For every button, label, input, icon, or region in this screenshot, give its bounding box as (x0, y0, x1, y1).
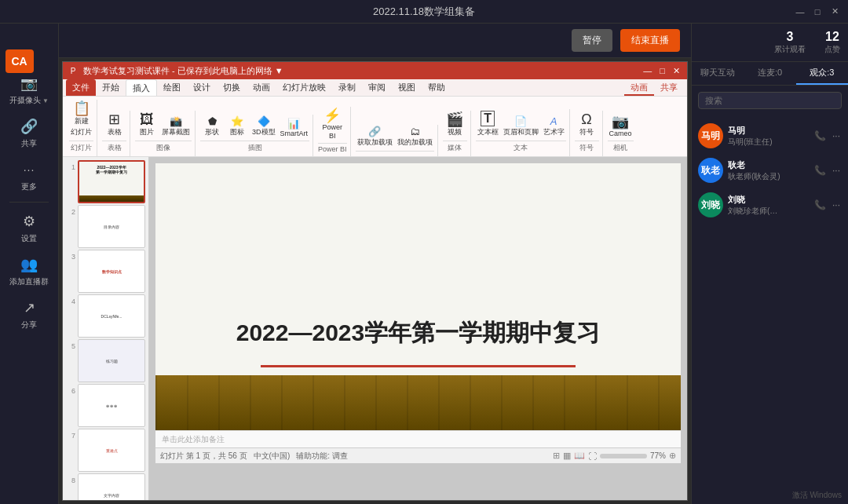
ribbon-my-addins[interactable]: 🗂 我的加载项 (396, 125, 434, 149)
ribbon-group-text: T 文本框 📄 页眉和页脚 A 艺术字 (473, 109, 570, 156)
ribbon-new-slide[interactable]: 📋 新建 幻灯片 (69, 100, 93, 139)
user-item-liu[interactable]: 刘晓 刘晓 刘晓珍老师(… 📞 ··· (695, 188, 845, 222)
ribbon-get-addins[interactable]: 🔗 获取加载项 (356, 125, 394, 149)
cameo-icon: 📷 (612, 115, 629, 129)
slide-thumb-6[interactable]: 6 ⊕ ⊕ ⊕ (66, 384, 145, 427)
avatar-lao: 耿老 (698, 158, 723, 183)
tab-connect[interactable]: 连麦:0 (744, 62, 795, 85)
user-call-lao[interactable]: 📞 (813, 163, 828, 177)
slide-preview-8[interactable]: 文字内容 (78, 473, 145, 500)
ppt-file-tab[interactable]: 文件 (66, 79, 96, 96)
ribbon-table[interactable]: ⊞ 表格 (103, 111, 126, 139)
user-more-liu[interactable]: ··· (831, 198, 842, 212)
ppt-close[interactable]: ✕ (671, 66, 682, 76)
slide-thumb-8[interactable]: 8 文字内容 (66, 473, 145, 500)
slide-thumb-2[interactable]: 2 目录内容 (66, 205, 145, 248)
likes-label: 点赞 (824, 44, 840, 55)
user-more-ma[interactable]: ··· (831, 129, 842, 143)
ribbon-icons[interactable]: ⭐ 图标 (225, 115, 249, 139)
slide-preview-5[interactable]: 练习题 (78, 339, 145, 382)
tab-chat[interactable]: 聊天互动 (692, 62, 744, 85)
user-call-liu[interactable]: 📞 (813, 198, 828, 212)
tab-audience[interactable]: 观众:3 (796, 62, 848, 85)
ppt-slideshow-tab[interactable]: 幻灯片放映 (276, 79, 332, 96)
toolbar-add-group-button[interactable]: 👥 添加直播群 (5, 252, 53, 290)
ppt-statusbar: 幻灯片 第 1 页，共 56 页 中文(中国) 辅助功能: 调查 ⊞ ▦ 📖 ⛶ (155, 447, 681, 463)
ribbon-smartart[interactable]: 📊 SmartArt (279, 117, 310, 139)
ppt-review-tab[interactable]: 审阅 (362, 79, 392, 96)
maximize-button[interactable]: □ (812, 6, 823, 17)
slide-thumb-1[interactable]: 1 2022—2023学年第一学期期中复习 (66, 160, 145, 203)
slide-thumb-4[interactable]: 4 DCLsyNfe... (66, 294, 145, 338)
pause-button[interactable]: 暂停 (572, 29, 612, 52)
ppt-record-tab[interactable]: 录制 (332, 79, 362, 96)
ppt-share-tab[interactable]: 共享 (654, 79, 684, 96)
publish-label: 分享 (21, 320, 37, 331)
ribbon-symbol[interactable]: Ω 符号 (575, 111, 598, 139)
ppt-design-tab[interactable]: 设计 (187, 79, 217, 96)
window-controls[interactable]: — □ ✕ (795, 6, 840, 17)
search-input[interactable] (698, 92, 842, 109)
toolbar-share-button[interactable]: 🔗 共享 (5, 114, 53, 152)
watermark: 激活 Windows (692, 487, 848, 504)
toolbar-more-button[interactable]: ··· 更多 (5, 157, 53, 195)
toolbar-settings-button[interactable]: ⚙ 设置 (5, 209, 53, 247)
ribbon-header[interactable]: 📄 页眉和页脚 (502, 115, 540, 139)
slide-preview-3[interactable]: 数学知识点 (78, 250, 145, 293)
ppt-animation-extra-tab[interactable]: 动画 (624, 79, 654, 96)
slide-preview-1[interactable]: 2022—2023学年第一学期期中复习 (78, 160, 145, 203)
toolbar-publish-button[interactable]: ↗ 分享 (5, 295, 53, 334)
ribbon-3d[interactable]: 🔷 3D模型 (250, 115, 277, 139)
ribbon-wordart[interactable]: A 艺术字 (542, 115, 566, 139)
ppt-home-tab[interactable]: 开始 (96, 79, 126, 96)
get-addins-icon: 🔗 (368, 126, 381, 137)
end-live-button[interactable]: 结束直播 (620, 29, 680, 52)
textbox-icon: T (481, 111, 495, 126)
ppt-animation-tab[interactable]: 动画 (247, 79, 276, 96)
notes-placeholder: 单击此处添加备注 (162, 434, 225, 445)
stats-bar: 3 累计观看 12 点赞 (692, 24, 848, 62)
slide-preview-6[interactable]: ⊕ ⊕ ⊕ (78, 384, 145, 427)
ppt-maximize[interactable]: □ (657, 66, 667, 76)
slide-3-content: 数学知识点 (101, 268, 123, 276)
ppt-view-tab[interactable]: 视图 (392, 79, 422, 96)
ribbon-group-symbols: Ω 符号 符号 (572, 111, 603, 156)
ppt-window-controls[interactable]: — □ ✕ (641, 66, 682, 76)
close-button[interactable]: ✕ (829, 6, 840, 17)
view-reading-icon[interactable]: 📖 (574, 451, 585, 461)
ribbon-image-label: 图像 (135, 141, 192, 153)
slide-preview-4[interactable]: DCLsyNfe... (78, 294, 145, 338)
user-item-ma[interactable]: 马明 马明 马明(班主任) 📞 ··· (695, 119, 845, 153)
user-item-lao[interactable]: 耿老 耿老 耿老师(耿会灵) 📞 ··· (695, 153, 845, 188)
ribbon-powerbi[interactable]: ⚡ Power BI (320, 107, 344, 141)
slide-thumb-7[interactable]: 7 重难点 (66, 429, 145, 472)
view-normal-icon[interactable]: ⊞ (553, 451, 560, 461)
slide-thumb-3[interactable]: 3 数学知识点 (66, 250, 145, 293)
ppt-draw-tab[interactable]: 绘图 (157, 79, 187, 96)
user-call-ma[interactable]: 📞 (813, 129, 828, 143)
slide-thumb-5[interactable]: 5 练习题 (66, 339, 145, 382)
ppt-notes-area[interactable]: 单击此处添加备注 (155, 430, 681, 447)
ppt-transition-tab[interactable]: 切换 (217, 79, 247, 96)
view-present-icon[interactable]: ⛶ (588, 451, 597, 461)
ribbon-textbox[interactable]: T 文本框 (476, 109, 500, 139)
zoom-slider[interactable] (600, 454, 647, 458)
ribbon-video[interactable]: 🎬 视频 (443, 111, 466, 139)
ppt-help-tab[interactable]: 帮助 (422, 79, 451, 96)
view-slide-icon[interactable]: ▦ (563, 451, 571, 461)
ribbon-cameo[interactable]: 📷 Cameo (608, 113, 634, 139)
minimize-button[interactable]: — (795, 6, 806, 17)
slide-preview-7[interactable]: 重难点 (78, 429, 145, 472)
slides-panel[interactable]: 1 2022—2023学年第一学期期中复习 2 (63, 157, 149, 500)
slide-preview-2[interactable]: 目录内容 (78, 205, 145, 248)
ribbon-shapes[interactable]: ⬟ 形状 (200, 115, 224, 139)
header-icon: 📄 (514, 116, 527, 126)
slide-num-8: 8 (66, 473, 75, 484)
fit-icon[interactable]: ⊕ (669, 451, 676, 461)
ppt-insert-tab[interactable]: 插入 (126, 79, 157, 96)
ppt-minimize[interactable]: — (641, 66, 654, 76)
user-more-lao[interactable]: ··· (831, 163, 842, 177)
slide-floor-image (155, 375, 681, 430)
ribbon-picture[interactable]: 🖼 图片 (135, 111, 159, 139)
ribbon-screenshot[interactable]: 📸 屏幕截图 (160, 115, 192, 139)
